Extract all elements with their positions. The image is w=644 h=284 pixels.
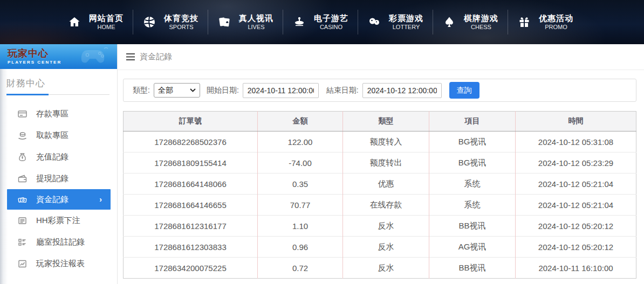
soccer-ball-icon bbox=[142, 15, 156, 29]
table-cell: 1728681664148066 bbox=[124, 174, 258, 195]
table-cell: 1728682268502376 bbox=[124, 131, 258, 153]
nav-label-en: LOTTERY bbox=[393, 24, 420, 31]
chevron-down-icon bbox=[190, 88, 196, 92]
table-row: 17286342000752250.72反水BB视讯2024-10-11 16:… bbox=[124, 258, 636, 279]
wallet-icon bbox=[18, 174, 27, 183]
nav-label-zh: 真人视讯 bbox=[239, 13, 273, 24]
search-button[interactable]: 查詢 bbox=[449, 82, 479, 99]
sidebar-item-label: 取款專區 bbox=[36, 130, 68, 141]
list-icon bbox=[18, 216, 27, 225]
hamburger-menu-icon[interactable] bbox=[126, 53, 135, 60]
end-date-input[interactable] bbox=[362, 83, 442, 98]
table-cell: 0.35 bbox=[258, 174, 343, 195]
table-cell: 70.77 bbox=[258, 195, 343, 216]
sidebar-item-label: 存款專區 bbox=[36, 109, 68, 119]
column-header: 類型 bbox=[343, 112, 429, 131]
nav-label-zh: 棋牌游戏 bbox=[464, 13, 498, 24]
nav-item-text: 体育竞技SPORTS bbox=[164, 13, 198, 31]
sidebar-item-label: 廳室投註記錄 bbox=[36, 237, 85, 247]
gamepad-icon bbox=[80, 46, 109, 67]
nav-item-text: 网站首页HOME bbox=[89, 13, 124, 31]
start-date-input[interactable] bbox=[243, 83, 319, 98]
sidebar-item-label: 玩家投注報表 bbox=[36, 259, 85, 269]
top-navigation: 网站首页HOME体育竞技SPORTS真人视讯LIVES电子游艺CASINO彩票游… bbox=[0, 0, 644, 44]
table-cell: AG视讯 bbox=[429, 237, 516, 258]
table-cell: 1728634200075225 bbox=[124, 258, 258, 279]
nav-item-text: 电子游艺CASINO bbox=[314, 13, 348, 31]
column-header: 時間 bbox=[516, 112, 636, 131]
nav-item-home[interactable]: 网站首页HOME bbox=[58, 10, 133, 34]
nav-label-en: CHESS bbox=[471, 24, 491, 31]
sidebar-item-4[interactable]: 提現記錄 bbox=[0, 168, 117, 189]
nav-label-zh: 网站首页 bbox=[89, 13, 124, 24]
money-bag-icon bbox=[18, 153, 27, 162]
column-header: 訂單號 bbox=[124, 112, 258, 131]
sidebar-item-label: HH彩票下注 bbox=[36, 216, 80, 226]
records-list-icon bbox=[18, 238, 27, 247]
roulette-icon bbox=[292, 15, 306, 29]
sidebar-item-6[interactable]: HH彩票下注 bbox=[0, 210, 117, 231]
funds-record-icon bbox=[18, 195, 27, 204]
nav-item-text: 真人视讯LIVES bbox=[239, 13, 273, 31]
lottery-balls-icon bbox=[367, 15, 381, 29]
table-row: 1728682268502376122.00额度转入BG视讯2024-10-12… bbox=[124, 131, 636, 153]
nav-item-text: 彩票游戏LOTTERY bbox=[389, 13, 423, 31]
nav-label-en: SPORTS bbox=[169, 24, 193, 31]
nav-label-zh: 体育竞技 bbox=[164, 13, 198, 24]
nav-item-chess[interactable]: 棋牌游戏CHESS bbox=[433, 10, 508, 34]
table-cell: 2024-10-12 05:23:29 bbox=[516, 153, 636, 174]
start-date-label: 開始日期: bbox=[207, 86, 239, 95]
table-cell: BG视讯 bbox=[429, 131, 516, 153]
table-cell: 2024-10-12 05:31:08 bbox=[516, 131, 636, 153]
sidebar-item-1[interactable]: 存款專區 bbox=[0, 103, 117, 124]
table-row: 17286816123161771.10反水BB视讯2024-10-12 05:… bbox=[124, 216, 636, 237]
table-cell: 2024-10-12 05:20:12 bbox=[516, 216, 636, 237]
table-cell: 优惠 bbox=[343, 174, 429, 195]
home-icon bbox=[67, 15, 81, 29]
column-header: 金額 bbox=[258, 112, 343, 131]
column-header: 項目 bbox=[429, 112, 516, 131]
section-underline bbox=[6, 94, 111, 95]
main-content: 資金記錄 類型: 全部 開始日期: 結束日期: 查詢 訂單號金額類型項目時間 1… bbox=[118, 44, 644, 284]
sidebar-item-3[interactable]: 充值記錄 bbox=[0, 146, 117, 168]
nav-label-zh: 彩票游戏 bbox=[389, 13, 423, 24]
gift-icon bbox=[517, 15, 531, 29]
sidebar-item-label: 充值記錄 bbox=[36, 152, 68, 162]
nav-item-sports[interactable]: 体育竞技SPORTS bbox=[133, 10, 208, 34]
table-cell: 0.72 bbox=[258, 258, 343, 279]
table-cell: 反水 bbox=[343, 216, 429, 237]
table-cell: 1728681664146655 bbox=[124, 195, 258, 216]
table-cell: 系统 bbox=[429, 195, 516, 216]
nav-item-promo[interactable]: 优惠活动PROMO bbox=[508, 10, 583, 34]
breadcrumb: 資金記錄 bbox=[118, 44, 644, 70]
table-cell: 1728681612316177 bbox=[124, 216, 258, 237]
sidebar-item-5-active[interactable]: 資金記錄› bbox=[7, 189, 111, 210]
type-select-value: 全部 bbox=[158, 86, 173, 95]
deposit-card-icon bbox=[18, 109, 27, 119]
table-cell: 在线存款 bbox=[343, 195, 429, 216]
table-cell: 122.00 bbox=[258, 131, 343, 153]
table-cell: 反水 bbox=[343, 237, 429, 258]
table-cell: BB视讯 bbox=[429, 216, 516, 237]
page-title: 資金記錄 bbox=[140, 52, 172, 62]
nav-item-casino[interactable]: 电子游艺CASINO bbox=[283, 10, 358, 34]
sidebar-item-2[interactable]: 取款專區 bbox=[0, 124, 117, 146]
sidebar-item-8[interactable]: 玩家投注報表 bbox=[0, 253, 117, 274]
type-select[interactable]: 全部 bbox=[154, 83, 200, 98]
end-date-label: 結束日期: bbox=[326, 86, 359, 95]
table-cell: 额度转出 bbox=[343, 153, 429, 174]
table-cell: 反水 bbox=[343, 258, 429, 279]
filter-bar: 類型: 全部 開始日期: 結束日期: 查詢 bbox=[123, 79, 636, 102]
report-chart-icon bbox=[18, 259, 27, 268]
table-cell: 额度转入 bbox=[343, 131, 429, 153]
table-cell: 0.96 bbox=[258, 237, 343, 258]
table-cell: -74.00 bbox=[258, 153, 343, 174]
nav-label-en: LIVES bbox=[248, 24, 264, 31]
funds-record-table: 訂單號金額類型項目時間 1728682268502376122.00额度转入BG… bbox=[123, 111, 636, 279]
nav-item-lives[interactable]: 真人视讯LIVES bbox=[208, 10, 283, 34]
sidebar-item-label: 資金記錄 bbox=[36, 195, 68, 205]
sidebar-item-7[interactable]: 廳室投註記錄 bbox=[0, 231, 117, 253]
table-row: 17286816123038330.96反水AG视讯2024-10-12 05:… bbox=[124, 237, 636, 258]
players-center-header: 玩家中心 PLAYERS CENTER bbox=[0, 44, 117, 69]
nav-item-lottery[interactable]: 彩票游戏LOTTERY bbox=[358, 10, 433, 34]
